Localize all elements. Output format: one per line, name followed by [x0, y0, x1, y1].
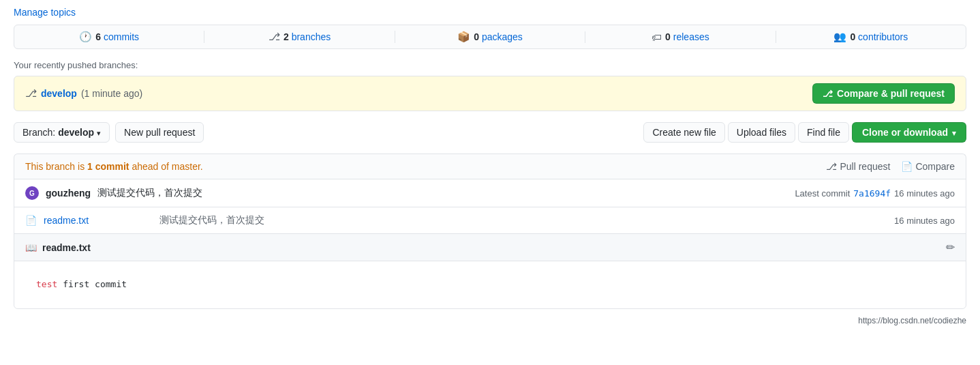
- commit-status-right: ⎇ Pull request 📄 Compare: [826, 161, 955, 172]
- recently-pushed-label: Your recently pushed branches:: [14, 60, 966, 70]
- stats-releases[interactable]: 🏷 0 releases: [585, 31, 775, 43]
- stats-bar: 🕐 6 commits ⎇ 2 branches 📦 0 packages 🏷 …: [14, 25, 966, 49]
- commits-count[interactable]: 6 commits: [95, 31, 139, 42]
- toolbar-row: Branch: develop New pull request Create …: [14, 122, 966, 143]
- stats-packages[interactable]: 📦 0 packages: [395, 31, 585, 43]
- avatar: G: [25, 186, 39, 200]
- stats-commits[interactable]: 🕐 6 commits: [14, 31, 204, 43]
- code-first: first: [63, 279, 89, 289]
- branch-notification-time: (1 minute ago): [81, 88, 142, 99]
- table-row: 📄 readme.txt 测试提交代码，首次提交 16 minutes ago: [14, 207, 966, 234]
- file-icon: 📄: [25, 215, 37, 226]
- packages-icon: 📦: [457, 31, 470, 43]
- branch-notification-left: ⎇ develop (1 minute ago): [25, 87, 142, 100]
- file-name-link[interactable]: readme.txt: [44, 215, 153, 226]
- compare-pull-request-button[interactable]: ⎇ Compare & pull request: [812, 83, 955, 104]
- commit-hash-link[interactable]: 7a1694f: [853, 188, 891, 199]
- readme-section: 📖 readme.txt ✏ test first commit: [14, 233, 966, 309]
- file-list: 📄 readme.txt 测试提交代码，首次提交 16 minutes ago: [14, 207, 966, 234]
- readme-title-text: readme.txt: [42, 242, 91, 253]
- upload-files-button[interactable]: Upload files: [728, 122, 795, 143]
- manage-topics-link[interactable]: Manage topics: [14, 7, 966, 18]
- stats-contributors[interactable]: 👥 0 contributors: [776, 31, 966, 43]
- find-file-button[interactable]: Find file: [798, 122, 849, 143]
- chevron-down-icon-green: [952, 127, 956, 138]
- pull-request-icon: ⎇: [826, 161, 837, 172]
- branch-notification-name[interactable]: develop: [41, 88, 77, 99]
- chevron-down-icon: [97, 127, 101, 138]
- readme-book-icon: 📖: [25, 242, 37, 253]
- create-new-file-button[interactable]: Create new file: [643, 122, 724, 143]
- compare-link[interactable]: 📄 Compare: [901, 161, 955, 172]
- branch-notification-icon: ⎇: [25, 87, 37, 100]
- file-time-ago: 16 minutes ago: [894, 216, 955, 226]
- pull-request-link[interactable]: ⎇ Pull request: [826, 161, 890, 172]
- readme-title: 📖 readme.txt: [25, 242, 91, 253]
- edit-icon[interactable]: ✏: [946, 241, 955, 254]
- commits-icon: 🕐: [79, 31, 92, 43]
- branch-selector-button[interactable]: Branch: develop: [14, 122, 110, 143]
- releases-count[interactable]: 0 releases: [665, 31, 709, 42]
- compare-icon: ⎇: [823, 89, 833, 99]
- commit-count-link[interactable]: 1 commit: [87, 161, 129, 172]
- commit-status-bar: This branch is 1 commit ahead of master.…: [14, 154, 966, 179]
- toolbar-left: Branch: develop New pull request: [14, 122, 204, 143]
- commit-time-ago: 16 minutes ago: [894, 188, 955, 199]
- toolbar-right: Create new file Upload files Find file C…: [643, 122, 966, 143]
- contributors-count[interactable]: 0 contributors: [850, 31, 908, 42]
- clone-download-button[interactable]: Clone or download: [852, 122, 966, 143]
- contributors-icon: 👥: [833, 31, 846, 43]
- footer-watermark: https://blog.csdn.net/codiezhe: [14, 316, 966, 325]
- branch-notification: ⎇ develop (1 minute ago) ⎇ Compare & pul…: [14, 76, 966, 111]
- file-commit-message: 测试提交代码，首次提交: [159, 214, 887, 227]
- latest-commit-label: Latest commit: [795, 188, 850, 199]
- code-commit: commit: [95, 279, 127, 289]
- latest-commit-row: G gouzheng 测试提交代码，首次提交 Latest commit 7a1…: [14, 179, 966, 207]
- commit-author[interactable]: gouzheng: [46, 188, 91, 199]
- readme-content: test first commit: [14, 261, 966, 308]
- branches-count[interactable]: 2 branches: [284, 31, 331, 42]
- commit-message: 测试提交代码，首次提交: [97, 187, 202, 199]
- readme-header: 📖 readme.txt ✏: [14, 234, 966, 261]
- branch-label: Branch: develop: [22, 127, 94, 138]
- clone-download-label: Clone or download: [862, 127, 948, 138]
- commit-meta: Latest commit 7a1694f 16 minutes ago: [795, 188, 955, 199]
- branches-icon: ⎇: [269, 31, 280, 43]
- packages-count[interactable]: 0 packages: [474, 31, 523, 42]
- stats-branches[interactable]: ⎇ 2 branches: [204, 31, 394, 43]
- commit-status-left: This branch is 1 commit ahead of master.: [25, 161, 203, 172]
- code-keyword: test: [36, 279, 57, 289]
- manage-topics-anchor[interactable]: Manage topics: [14, 7, 76, 18]
- compare-doc-icon: 📄: [901, 161, 913, 172]
- new-pull-request-button[interactable]: New pull request: [115, 122, 204, 143]
- releases-icon: 🏷: [652, 31, 662, 43]
